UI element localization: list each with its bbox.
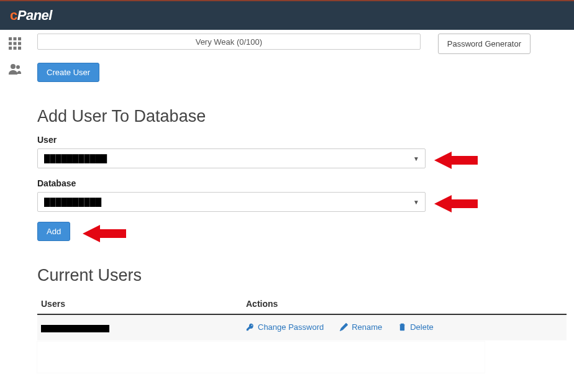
add-user-heading: Add User To Database	[37, 107, 567, 126]
cpanel-logo: cPanel	[10, 7, 52, 24]
svg-rect-3	[9, 42, 12, 45]
svg-rect-0	[9, 37, 12, 40]
svg-rect-7	[14, 47, 17, 50]
col-header-actions: Actions	[246, 299, 563, 309]
user-select-label: User	[37, 135, 567, 145]
password-generator-button[interactable]: Password Generator	[438, 34, 531, 54]
svg-marker-13	[83, 225, 126, 242]
table-header: Users Actions	[37, 294, 567, 315]
svg-rect-5	[18, 42, 21, 45]
users-icon[interactable]	[7, 62, 22, 78]
svg-rect-6	[9, 47, 12, 50]
svg-rect-2	[18, 37, 21, 40]
svg-point-10	[16, 65, 20, 69]
user-name-cell	[41, 323, 246, 333]
top-navbar: cPanel	[0, 0, 574, 30]
apps-grid-icon[interactable]	[7, 36, 22, 53]
current-users-heading: Current Users	[37, 266, 567, 285]
trash-icon	[398, 323, 406, 331]
actions-cell: Change Password Rename Delete	[246, 322, 563, 333]
col-header-users: Users	[41, 299, 246, 309]
svg-rect-4	[14, 42, 17, 45]
database-select-label: Database	[37, 178, 567, 188]
sidebar	[0, 30, 30, 392]
table-row: Change Password Rename Delete	[37, 315, 567, 340]
pencil-icon	[340, 323, 348, 331]
svg-rect-1	[14, 37, 17, 40]
change-password-link[interactable]: Change Password	[246, 322, 324, 332]
svg-point-9	[11, 64, 16, 69]
svg-marker-11	[434, 152, 478, 169]
database-select[interactable]: ██████████	[37, 192, 426, 212]
user-select[interactable]: ███████████	[37, 148, 426, 168]
password-strength-meter: Very Weak (0/100)	[37, 34, 421, 50]
svg-marker-12	[434, 195, 478, 212]
add-button[interactable]: Add	[37, 222, 70, 241]
spacer-block	[37, 342, 485, 373]
key-icon	[246, 323, 254, 331]
svg-rect-8	[18, 47, 21, 50]
annotation-arrow-icon	[83, 222, 117, 241]
annotation-arrow-icon	[434, 193, 469, 211]
rename-link[interactable]: Rename	[340, 322, 382, 332]
delete-link[interactable]: Delete	[398, 322, 434, 332]
annotation-arrow-icon	[434, 149, 469, 168]
current-users-table: Users Actions Change Password Rename	[37, 294, 567, 340]
main-content: Very Weak (0/100) Password Generator Cre…	[30, 30, 574, 392]
create-user-button[interactable]: Create User	[37, 63, 99, 82]
